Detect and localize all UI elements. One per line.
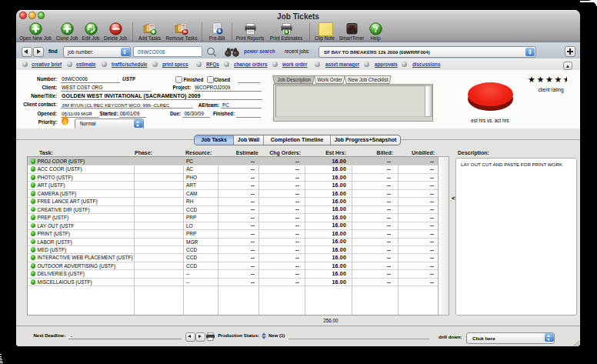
svg-text:Job Description: Job Description — [278, 77, 312, 83]
svg-text:?: ? — [373, 25, 378, 34]
svg-text:New Job Checklist: New Job Checklist — [349, 77, 389, 82]
svg-text:10:15: 10:15 — [349, 26, 355, 29]
svg-text:Work Order: Work Order — [318, 77, 342, 82]
